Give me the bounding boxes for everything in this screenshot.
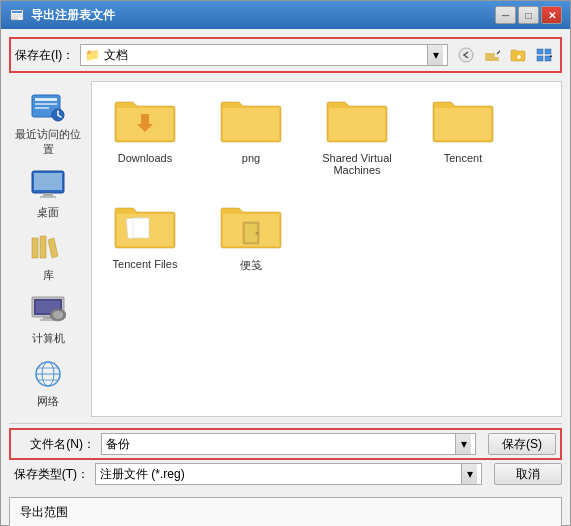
location-arrow[interactable]: ▾ bbox=[427, 45, 443, 65]
folder-tencent-icon bbox=[431, 94, 495, 150]
folder-png[interactable]: png bbox=[206, 90, 296, 180]
maximize-button[interactable]: □ bbox=[518, 6, 539, 24]
folder-png-icon bbox=[219, 94, 283, 150]
folder-bianjian-icon bbox=[219, 200, 283, 256]
svg-rect-21 bbox=[43, 193, 53, 196]
folder-shared-vm[interactable]: Shared VirtualMachines bbox=[312, 90, 402, 180]
filename-label: 文件名(N)： bbox=[15, 436, 95, 453]
folder-icon: 📁 bbox=[85, 48, 100, 62]
folder-png-label: png bbox=[242, 152, 260, 164]
file-area[interactable]: Downloads png bbox=[91, 81, 562, 417]
filetype-value: 注册文件 (*.reg) bbox=[100, 466, 461, 483]
svg-rect-15 bbox=[35, 98, 57, 101]
title-text: 导出注册表文件 bbox=[31, 7, 495, 24]
title-icon bbox=[9, 7, 25, 23]
sidebar-item-network[interactable]: 网络 bbox=[9, 352, 87, 413]
new-folder-button[interactable] bbox=[506, 43, 530, 67]
dialog-window: 导出注册表文件 ─ □ ✕ 保存在(I)： 📁 文档 ▾ bbox=[0, 0, 571, 526]
sidebar-label-library: 库 bbox=[43, 268, 54, 283]
title-bar: 导出注册表文件 ─ □ ✕ bbox=[1, 1, 570, 29]
recent-icon bbox=[30, 89, 66, 125]
svg-rect-11 bbox=[545, 49, 551, 54]
toolbar-row: 保存在(I)： 📁 文档 ▾ bbox=[9, 37, 562, 73]
folder-bianjian[interactable]: 便笺 bbox=[206, 196, 296, 277]
folder-downloads-label: Downloads bbox=[118, 152, 172, 164]
filename-value: 备份 bbox=[106, 436, 455, 453]
folder-tencent[interactable]: Tencent bbox=[418, 90, 508, 180]
filetype-combo[interactable]: 注册文件 (*.reg) ▾ bbox=[95, 463, 482, 485]
folder-bianjian-label: 便笺 bbox=[240, 258, 262, 273]
svg-rect-20 bbox=[34, 173, 62, 190]
svg-rect-7 bbox=[485, 53, 495, 57]
title-buttons: ─ □ ✕ bbox=[495, 6, 562, 24]
back-button[interactable] bbox=[454, 43, 478, 67]
svg-rect-1 bbox=[12, 11, 22, 13]
sidebar: 最近访问的位置 桌面 bbox=[9, 81, 87, 417]
save-in-label: 保存在(I)： bbox=[15, 47, 74, 64]
sidebar-item-computer[interactable]: 计算机 bbox=[9, 289, 87, 350]
sidebar-label-desktop: 桌面 bbox=[37, 205, 59, 220]
svg-point-5 bbox=[459, 48, 473, 62]
filename-combo[interactable]: 备份 ▾ bbox=[101, 433, 476, 455]
folder-tencent-files[interactable]: Tencent Files bbox=[100, 196, 190, 277]
desktop-icon bbox=[30, 167, 66, 203]
location-combo[interactable]: 📁 文档 ▾ bbox=[80, 44, 448, 66]
svg-rect-6 bbox=[485, 57, 499, 61]
main-area: 最近访问的位置 桌面 bbox=[9, 81, 562, 417]
export-range: 导出范围 全部(A) 所选分支(E) HKEY_CLASSES_ROOT bbox=[9, 497, 562, 526]
dialog-body: 保存在(I)： 📁 文档 ▾ bbox=[1, 29, 570, 526]
folder-shared-vm-label: Shared VirtualMachines bbox=[322, 152, 392, 176]
minimize-button[interactable]: ─ bbox=[495, 6, 516, 24]
svg-rect-16 bbox=[35, 103, 57, 105]
folder-tencent-label: Tencent bbox=[444, 152, 483, 164]
sidebar-item-library[interactable]: 库 bbox=[9, 226, 87, 287]
folder-grid: Downloads png bbox=[100, 90, 553, 277]
filename-arrow[interactable]: ▾ bbox=[455, 434, 471, 454]
svg-rect-12 bbox=[537, 56, 543, 61]
network-icon bbox=[30, 356, 66, 392]
svg-rect-40 bbox=[245, 224, 257, 242]
save-button[interactable]: 保存(S) bbox=[488, 433, 556, 455]
svg-rect-38 bbox=[133, 218, 149, 238]
library-icon bbox=[30, 230, 66, 266]
location-text: 文档 bbox=[104, 47, 128, 64]
toolbar-icons bbox=[454, 43, 556, 67]
folder-shared-vm-icon bbox=[325, 94, 389, 150]
sidebar-item-recent[interactable]: 最近访问的位置 bbox=[9, 85, 87, 161]
folder-downloads[interactable]: Downloads bbox=[100, 90, 190, 180]
svg-rect-10 bbox=[537, 49, 543, 54]
export-range-title: 导出范围 bbox=[20, 504, 551, 521]
cancel-button[interactable]: 取消 bbox=[494, 463, 562, 485]
sidebar-item-desktop[interactable]: 桌面 bbox=[9, 163, 87, 224]
filetype-row: 保存类型(T)： 注册文件 (*.reg) ▾ 取消 bbox=[9, 463, 562, 485]
svg-rect-22 bbox=[40, 196, 56, 198]
folder-downloads-icon bbox=[113, 94, 177, 150]
sidebar-label-network: 网络 bbox=[37, 394, 59, 409]
up-button[interactable] bbox=[480, 43, 504, 67]
folder-tencent-files-label: Tencent Files bbox=[113, 258, 178, 270]
svg-rect-17 bbox=[35, 107, 49, 109]
view-button[interactable] bbox=[532, 43, 556, 67]
bottom-bar: 文件名(N)： 备份 ▾ 保存(S) 保存类型(T)： 注册文件 (*.reg)… bbox=[9, 423, 562, 489]
folder-tencent-files-icon bbox=[113, 200, 177, 256]
svg-point-41 bbox=[256, 232, 259, 235]
sidebar-label-recent: 最近访问的位置 bbox=[11, 127, 85, 157]
sidebar-label-computer: 计算机 bbox=[32, 331, 65, 346]
filename-row: 文件名(N)： 备份 ▾ 保存(S) bbox=[9, 428, 562, 460]
filetype-arrow[interactable]: ▾ bbox=[461, 464, 477, 484]
computer-icon bbox=[30, 293, 66, 329]
close-button[interactable]: ✕ bbox=[541, 6, 562, 24]
filetype-label: 保存类型(T)： bbox=[9, 466, 89, 483]
